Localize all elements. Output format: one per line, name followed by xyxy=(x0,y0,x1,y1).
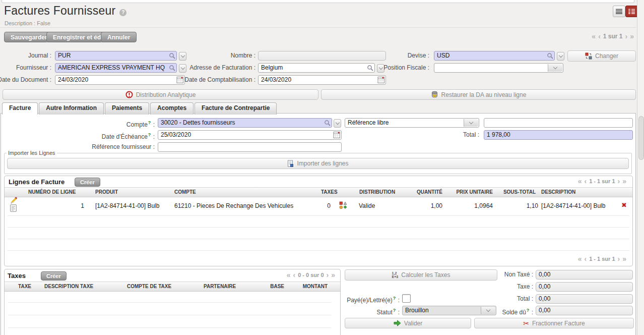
pager-next-icon[interactable]: › xyxy=(625,33,628,39)
pager-next-icon[interactable]: › xyxy=(327,272,329,278)
pager-next-icon[interactable]: › xyxy=(618,178,620,184)
tab-facture-contrepartie[interactable]: Facture de Contrepartie xyxy=(195,102,277,115)
restaurer-da-button[interactable]: Restaurer la DA au niveau ligne xyxy=(321,89,636,100)
col-produit[interactable]: PRODUIT xyxy=(95,189,118,195)
cancel-button[interactable]: Annuler xyxy=(101,32,137,42)
note-icon[interactable] xyxy=(10,204,17,212)
scrollbar-thumb[interactable] xyxy=(638,116,644,160)
col-compte-taxe[interactable]: COMPTE DE TAXE xyxy=(127,284,171,289)
col-taxe[interactable]: TAXE xyxy=(11,284,31,289)
chevron-down-icon xyxy=(558,53,562,58)
compte-dropdown-button[interactable] xyxy=(334,119,341,128)
tab-acomptes[interactable]: Acomptes xyxy=(150,102,194,115)
edit-pencil-icon[interactable] xyxy=(10,197,17,204)
reference-libre-value-field[interactable] xyxy=(484,118,633,128)
chevron-down-icon xyxy=(486,308,490,312)
pager-prev-icon[interactable]: ‹ xyxy=(585,178,587,184)
compte-field[interactable]: 30020 - Dettes fournisseurs xyxy=(158,118,332,128)
col-distribution[interactable]: DISTRIBUTION xyxy=(359,189,395,195)
pager-last-icon[interactable]: » xyxy=(622,178,626,184)
fournisseur-field[interactable]: AMERICAN EXPRESS VPAYMENT HQ xyxy=(55,63,177,73)
help-mark[interactable]: ? xyxy=(393,308,396,313)
help-mark[interactable]: ? xyxy=(148,132,151,137)
reference-fournisseur-field[interactable] xyxy=(158,142,342,152)
list-view-button[interactable] xyxy=(613,6,625,17)
pager-last-icon[interactable]: » xyxy=(331,272,335,278)
delete-row-icon[interactable]: ✖ xyxy=(621,201,627,209)
search-icon[interactable] xyxy=(324,120,331,126)
pager-first-icon[interactable]: « xyxy=(592,33,596,39)
cell-quantite: 1,00 xyxy=(399,202,442,209)
select-arrow-button[interactable] xyxy=(548,64,562,72)
taxes-create-button[interactable]: Créer xyxy=(41,271,67,281)
analytic-distribution-icon[interactable] xyxy=(339,201,347,209)
distribution-analytique-button[interactable]: Distribution Analytique xyxy=(3,89,318,100)
col-compte[interactable]: COMPTE xyxy=(174,189,196,195)
calendar-icon[interactable] xyxy=(377,76,385,84)
col-base[interactable]: BASE xyxy=(259,284,284,289)
col-sous-total[interactable]: SOUS-TOTAL xyxy=(494,189,536,195)
position-fiscale-select[interactable] xyxy=(434,63,563,73)
search-icon[interactable] xyxy=(169,52,175,59)
col-numero-ligne[interactable]: NUMÉRO DE LIGNE xyxy=(28,189,76,195)
compte-label: Compte? : xyxy=(126,118,155,130)
devise-dropdown-button[interactable] xyxy=(557,52,564,61)
record-pager: « ‹ 1 sur 1 › » xyxy=(592,33,634,40)
pager-first-icon[interactable]: « xyxy=(578,178,582,184)
pager-prev-icon[interactable]: ‹ xyxy=(598,33,601,39)
help-mark[interactable]: ? xyxy=(393,296,396,301)
chevron-down-icon xyxy=(335,121,339,125)
search-icon[interactable] xyxy=(547,52,553,59)
calculer-taxes-button[interactable]: 1,2E+3 Calculer les Taxes xyxy=(345,269,497,281)
valider-button[interactable]: Valider xyxy=(345,318,471,328)
reference-libre-select[interactable]: Référence libre xyxy=(345,118,479,128)
calendar-icon[interactable] xyxy=(333,131,341,139)
help-mark[interactable]: ? xyxy=(148,120,151,125)
date-compta-field[interactable]: 24/03/2020 xyxy=(258,75,386,85)
validate-arrow-icon xyxy=(394,319,401,327)
pager-next-icon[interactable]: › xyxy=(618,256,620,262)
journal-dropdown-button[interactable] xyxy=(179,52,186,61)
select-arrow-button[interactable] xyxy=(464,119,478,127)
search-icon[interactable] xyxy=(367,65,373,71)
statut-select[interactable]: Brouillon xyxy=(402,306,496,315)
adresse-field[interactable]: Belgium xyxy=(258,63,375,73)
pager-first-icon[interactable]: « xyxy=(287,272,291,278)
tab-facture[interactable]: Facture xyxy=(2,102,38,115)
col-taxes[interactable]: TAXES xyxy=(321,189,338,195)
devise-field[interactable]: USD xyxy=(434,51,555,61)
col-description[interactable]: DESCRIPTION xyxy=(541,189,575,195)
col-montant[interactable]: MONTANT xyxy=(298,284,328,289)
non-taxe-field: 0,00 xyxy=(536,270,633,280)
col-prix-unitaire[interactable]: PRIX UNITAIRE xyxy=(449,189,493,195)
col-quantite[interactable]: QUANTITÉ xyxy=(399,189,442,195)
fournisseur-dropdown-button[interactable] xyxy=(179,64,186,73)
col-description-taxe[interactable]: DESCRIPTION TAXE xyxy=(44,284,93,289)
form-view-button[interactable] xyxy=(625,6,638,17)
date-document-field[interactable]: 24/03/2020 xyxy=(55,75,185,85)
vertical-scrollbar[interactable] xyxy=(637,0,644,335)
importer-lignes-button[interactable]: Importer des lignes xyxy=(7,158,629,169)
pager-prev-icon[interactable]: ‹ xyxy=(293,272,296,278)
pager-first-icon[interactable]: « xyxy=(578,256,582,262)
fractionner-facture-button[interactable]: ✂ Fractionner Facture xyxy=(474,318,634,328)
date-echeance-field[interactable]: 25/03/2020 xyxy=(158,130,342,140)
help-badge-icon[interactable]: ? xyxy=(119,9,126,16)
tab-paiements[interactable]: Paiements xyxy=(105,102,149,115)
pager-last-icon[interactable]: » xyxy=(630,33,634,39)
nombre-field[interactable] xyxy=(258,51,386,61)
search-icon[interactable] xyxy=(169,65,175,71)
changer-button[interactable]: Changer xyxy=(567,50,636,62)
total-top-field[interactable]: 1 978,00 xyxy=(484,130,633,140)
journal-field[interactable]: PUR xyxy=(55,51,177,61)
help-mark[interactable]: ? xyxy=(527,308,530,313)
calendar-icon[interactable] xyxy=(176,76,184,84)
lignes-pager-top: « ‹ 1 - 1 sur 1 › » xyxy=(578,178,626,184)
pager-last-icon[interactable]: » xyxy=(622,256,626,262)
select-arrow-button[interactable] xyxy=(481,307,495,314)
lignes-create-button[interactable]: Créer xyxy=(75,178,100,187)
pager-prev-icon[interactable]: ‹ xyxy=(585,256,587,262)
tab-autre-information[interactable]: Autre Information xyxy=(39,102,104,115)
col-partenaire[interactable]: PARTENAIRE xyxy=(204,284,236,289)
paye-lettre-checkbox[interactable] xyxy=(402,294,411,303)
